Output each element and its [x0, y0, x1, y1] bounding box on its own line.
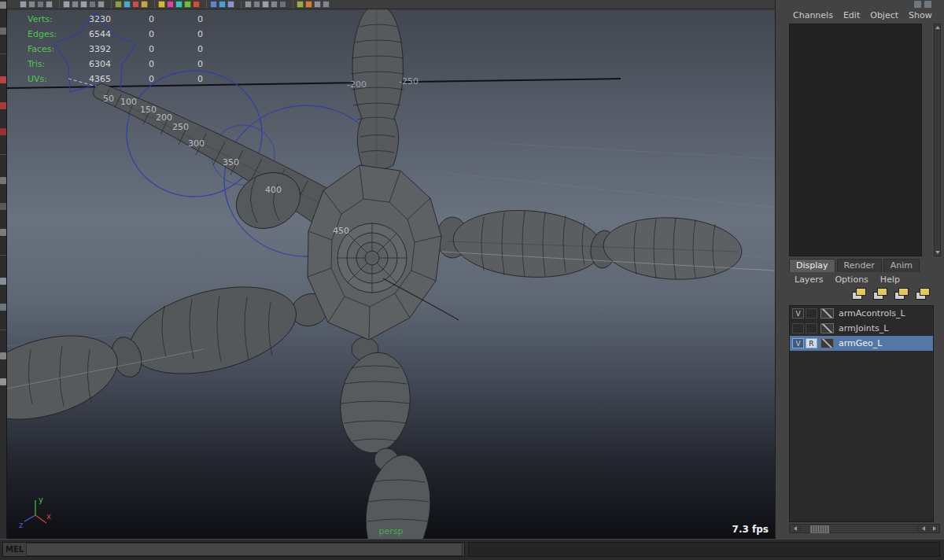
toolbar-icon[interactable] [89, 1, 96, 8]
view-axis-indicator: y x z [18, 493, 54, 529]
toolbar-icon[interactable] [279, 1, 286, 8]
toolbar-icon[interactable] [98, 1, 105, 8]
toolbar-icon[interactable] [141, 1, 148, 8]
layer-mode-toggle[interactable] [806, 323, 817, 333]
menu-options[interactable]: Options [835, 274, 868, 285]
layer-row[interactable]: armJoints_L [790, 321, 933, 336]
menu-show[interactable]: Show [909, 10, 932, 23]
tool-icon[interactable] [0, 2, 6, 9]
toolbar-icon[interactable] [37, 1, 44, 8]
tool-icon[interactable] [0, 304, 6, 311]
layer-color-swatch[interactable] [820, 308, 834, 319]
tool-icon[interactable] [0, 229, 6, 236]
toolbox-sidebar[interactable] [0, 0, 7, 539]
tool-icon[interactable] [0, 177, 6, 184]
tab-display[interactable]: Display [789, 259, 835, 272]
tab-anim[interactable]: Anim [883, 259, 920, 272]
layer-visibility-toggle[interactable] [792, 323, 804, 333]
move-layer-up-icon[interactable] [851, 288, 866, 300]
toolbar-icon[interactable] [175, 1, 183, 8]
scroll-thumb[interactable] [810, 525, 829, 533]
layer-color-swatch[interactable] [820, 323, 834, 333]
layer-visibility-toggle[interactable]: V [792, 338, 804, 348]
viewport-3d[interactable]: 50 100 150 200 250 300 350 400 450 -200 … [7, 9, 775, 539]
menu-channels[interactable]: Channels [793, 10, 833, 23]
menu-edit[interactable]: Edit [843, 10, 860, 23]
tool-icon[interactable] [0, 278, 6, 285]
menu-help[interactable]: Help [880, 274, 900, 285]
create-layer-from-selected-icon[interactable] [915, 288, 930, 300]
hud-stat-value: 6544 [89, 29, 149, 39]
layer-row-selected[interactable]: V R armGeo_L [790, 336, 933, 351]
layer-row[interactable]: V armAcontrols_L [790, 306, 933, 321]
scroll-up-icon[interactable] [935, 26, 940, 29]
heads-up-display: Verts: 3230 0 0 Edges: 6544 0 0 Faces: 3… [7, 12, 229, 87]
channel-box-list[interactable] [789, 24, 922, 256]
toolbar-icon[interactable] [314, 1, 321, 8]
status-line-toolbar[interactable] [7, 0, 775, 9]
layer-list-scrollbar[interactable] [789, 524, 940, 533]
toolbar-icon[interactable] [72, 1, 79, 8]
toolbar-icon[interactable] [28, 1, 35, 8]
tool-icon[interactable] [0, 128, 6, 135]
toolbar-icon[interactable] [210, 1, 217, 8]
hud-stat-value: 0 [149, 29, 197, 39]
layer-visibility-toggle[interactable]: V [792, 308, 804, 319]
curve-label: 50 [103, 94, 114, 104]
tab-render[interactable]: Render [837, 259, 882, 272]
toolbar-icon[interactable] [46, 1, 53, 8]
menu-object[interactable]: Object [870, 10, 898, 23]
layer-color-swatch[interactable] [820, 338, 834, 348]
toolbar-icon[interactable] [63, 1, 70, 8]
axis-z-label: z [19, 521, 23, 529]
hud-stat-value: 0 [197, 74, 229, 84]
command-line-input[interactable] [26, 543, 463, 556]
scroll-down-icon[interactable] [935, 251, 940, 254]
toolbar-icon[interactable] [158, 1, 165, 8]
layer-mode-toggle[interactable] [806, 308, 817, 319]
tool-icon[interactable] [0, 203, 6, 210]
toolbar-icon[interactable] [115, 1, 122, 8]
toolbar-icon[interactable] [245, 1, 252, 8]
scroll-left-icon[interactable] [790, 525, 801, 532]
tool-icon[interactable] [0, 102, 6, 109]
toolbar-icon[interactable] [132, 1, 139, 8]
toolbar-icon[interactable] [193, 1, 200, 8]
toolbar-separator [56, 1, 60, 9]
toolbar-icon[interactable] [20, 1, 27, 8]
toolbar-separator [0, 330, 6, 333]
toolbar-icon[interactable] [262, 1, 269, 8]
toolbar-icon[interactable] [80, 1, 87, 8]
toolbar-icon[interactable] [305, 1, 312, 8]
help-icon[interactable] [924, 1, 931, 8]
scroll-right-icon[interactable] [928, 525, 939, 532]
toolbar-icon[interactable] [297, 1, 304, 8]
toolbar-icon[interactable] [253, 1, 260, 8]
layer-mode-toggle[interactable]: R [806, 338, 817, 348]
panel-menu-icon[interactable] [914, 1, 921, 8]
tool-icon[interactable] [0, 28, 6, 35]
viewport-canvas[interactable]: 50 100 150 200 250 300 350 400 450 -200 … [7, 9, 775, 539]
grid-label: -250 [399, 76, 419, 87]
toolbar-icon[interactable] [271, 1, 278, 8]
move-layer-down-icon[interactable] [872, 288, 887, 300]
toolbar-icon[interactable] [323, 1, 330, 8]
command-line-wrap: MEL [2, 542, 465, 557]
command-language-label[interactable]: MEL [3, 545, 26, 554]
toolbar-icon[interactable] [124, 1, 131, 8]
toolbar-icon[interactable] [167, 1, 174, 8]
toolbar-icon[interactable] [219, 1, 226, 8]
tool-icon[interactable] [0, 378, 6, 385]
tool-icon[interactable] [0, 352, 6, 359]
channel-box-scrollbar[interactable] [934, 24, 941, 256]
toolbar-icon[interactable] [184, 1, 191, 8]
hud-stat-value: 0 [197, 59, 229, 69]
hud-stat-value: 0 [197, 14, 229, 24]
menu-layers[interactable]: Layers [795, 274, 823, 285]
tool-icon[interactable] [0, 76, 6, 83]
create-empty-layer-icon[interactable] [894, 288, 909, 300]
scroll-track[interactable] [801, 525, 917, 532]
character-mesh[interactable] [7, 9, 743, 539]
scroll-left-icon[interactable] [917, 525, 928, 532]
toolbar-icon[interactable] [227, 1, 234, 8]
